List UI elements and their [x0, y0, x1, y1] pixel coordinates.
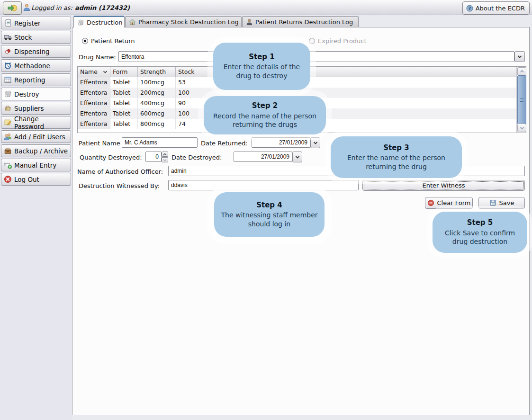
callout-step-4: Step 4 The witnessing staff member shoul… [214, 192, 325, 237]
sidebar-item-destroy[interactable]: Destroy [1, 88, 71, 100]
about-button-label: About the ECDR [476, 5, 525, 12]
quantity-stepper [162, 152, 168, 162]
sidebar-item-label: Backup / Archive [14, 147, 68, 155]
tab-label: Pharmacy Stock Destruction Log [138, 18, 239, 26]
sidebar-item-backup-archive[interactable]: Backup / Archive [1, 144, 71, 157]
date-destroyed-dropdown-button[interactable] [292, 152, 302, 162]
drug-name-dropdown-button[interactable] [514, 51, 525, 62]
save-label: Save [499, 199, 514, 206]
manual-entry-icon [4, 161, 12, 169]
sidebar-item-label: Methadone [14, 62, 50, 70]
dispensing-icon [4, 47, 12, 55]
chevron-down-icon [295, 154, 300, 160]
register-icon [4, 19, 12, 27]
callout-text: Record the name of the person returning … [208, 112, 321, 129]
callout-title: Step 5 [437, 218, 523, 228]
sidebar-item-register[interactable]: Register [1, 17, 71, 29]
chevron-down-icon [313, 140, 318, 146]
quantity-destroyed-label: Quantity Destroyed: [80, 154, 142, 161]
home-icon [129, 18, 136, 26]
sidebar-item-label: Manual Entry [14, 161, 56, 169]
callout-step-5: Step 5 Click Save to confirm drug destru… [433, 212, 527, 253]
date-returned-dropdown-button[interactable] [310, 137, 320, 148]
witnessed-by-label: Destruction Witnessed By: [79, 182, 160, 189]
stepper-down-button[interactable] [162, 157, 168, 162]
authorised-officer-label: Name of Authorised Officer: [77, 168, 163, 175]
callout-step-3: Step 3 Enter the name of the person retu… [331, 136, 462, 178]
sidebar-item-add-edit-users[interactable]: Add / Edit Users [1, 130, 71, 143]
save-icon [489, 199, 496, 206]
sidebar-item-label: Add / Edit Users [14, 133, 65, 141]
date-returned-input[interactable] [252, 137, 310, 148]
sidebar-item-dispensing[interactable]: Dispensing [1, 45, 71, 58]
scroll-down-button[interactable] [517, 124, 526, 132]
patient-name-label: Patient Name [79, 140, 120, 147]
sidebar-item-methadone[interactable]: Methadone [1, 59, 71, 72]
column-header-stock[interactable]: Stock [176, 67, 203, 77]
drug-name-label: Drug Name: [79, 54, 116, 61]
backup-icon [4, 147, 12, 155]
save-button[interactable]: Save [478, 197, 525, 209]
callout-title: Step 3 [335, 143, 457, 153]
sidebar-item-log-out[interactable]: Log Out [1, 173, 71, 186]
date-destroyed-input[interactable] [234, 152, 292, 162]
user-icon [23, 3, 31, 11]
logged-in-user: admin (172432) [75, 4, 130, 11]
sort-chevron-icon [103, 70, 108, 74]
stepper-up-button[interactable] [162, 152, 168, 157]
callout-title: Step 2 [208, 101, 321, 111]
callout-text: Enter the details of the drug to destroy [218, 63, 306, 80]
login-arrow-icon [7, 3, 18, 13]
change-password-icon [4, 118, 12, 126]
sidebar-item-label: Destroy [14, 90, 39, 98]
scrollbar-thumb[interactable] [517, 75, 526, 125]
clear-form-label: Clear Form [437, 199, 471, 206]
tab-patient-returns-destruction-log[interactable]: Patient Returns Destruction Log [242, 16, 359, 27]
quantity-destroyed-input[interactable] [145, 152, 162, 162]
table-scrollbar[interactable] [516, 67, 526, 133]
logout-icon [4, 175, 12, 183]
sidebar-item-reporting[interactable]: Reporting [1, 73, 71, 86]
callout-step-1: Step 1 Enter the details of the drug to … [213, 43, 310, 90]
clear-form-button[interactable]: Clear Form [425, 197, 473, 209]
users-icon [4, 133, 12, 141]
expired-product-label: Expired Product [318, 37, 367, 45]
sidebar-item-label: Register [14, 19, 41, 27]
patient-icon [246, 18, 253, 26]
callout-title: Step 1 [218, 53, 306, 62]
date-destroyed-label: Date Destroyed: [171, 154, 222, 161]
patient-name-input[interactable] [122, 137, 198, 148]
clear-form-icon [427, 199, 434, 206]
column-header-form[interactable]: Form [110, 67, 138, 77]
switch-user-button[interactable] [3, 1, 22, 15]
scroll-up-button[interactable] [517, 67, 526, 76]
sidebar-item-label: Dispensing [14, 48, 50, 55]
methadone-icon [4, 62, 12, 70]
sidebar-item-label: Change Password [14, 115, 71, 130]
column-header-strength[interactable]: Strength [138, 67, 176, 77]
logged-in-label: Logged in as: [31, 4, 72, 11]
column-header-name[interactable]: Name [78, 67, 110, 77]
about-button[interactable]: ? About the ECDR [462, 1, 530, 15]
tab-pharmacy-stock-destruction-log[interactable]: Pharmacy Stock Destruction Log [125, 16, 242, 27]
patient-return-label: Patient Return [91, 37, 135, 45]
reporting-icon [4, 76, 12, 84]
sidebar-item-label: Log Out [14, 176, 39, 183]
destroy-icon [4, 90, 12, 98]
witnessed-by-input[interactable] [168, 180, 359, 190]
callout-text: Click Save to confirm drug destruction [437, 229, 523, 246]
destruction-tab-icon [77, 19, 84, 26]
callout-title: Step 4 [219, 201, 320, 210]
patient-return-radio[interactable] [82, 38, 88, 44]
callout-text: Enter the name of the person returning t… [335, 153, 457, 171]
expired-product-radio [309, 38, 315, 44]
svg-text:?: ? [468, 6, 470, 11]
sidebar-item-change-password[interactable]: Change Password [1, 116, 71, 129]
sidebar-item-manual-entry[interactable]: Manual Entry [1, 159, 71, 171]
tab-destruction[interactable]: Destruction [73, 16, 125, 27]
sidebar-item-stock[interactable]: Stock [1, 31, 71, 44]
enter-witness-button[interactable]: Enter Witness [362, 180, 525, 191]
drug-name-input[interactable] [118, 51, 514, 62]
sidebar-item-label: Reporting [14, 76, 45, 84]
sidebar-item-suppliers[interactable]: Suppliers [1, 102, 71, 115]
